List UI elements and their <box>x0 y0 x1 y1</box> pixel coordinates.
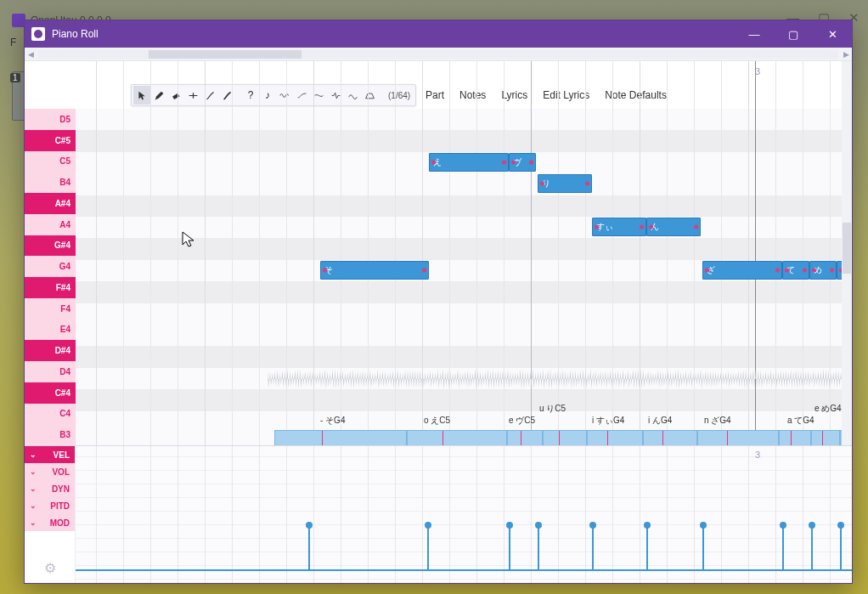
tool-eraser[interactable] <box>167 86 184 105</box>
expression-knob[interactable] <box>837 522 844 529</box>
expression-mod[interactable]: ⌄MOD <box>25 514 75 531</box>
menu-notes[interactable]: Notes <box>459 89 486 101</box>
expression-vel[interactable]: ⌄VEL <box>25 446 75 463</box>
piano-key-D5[interactable]: D5 <box>25 109 76 130</box>
hscroll-thumb[interactable] <box>149 50 302 59</box>
expression-knob[interactable] <box>780 522 786 529</box>
hscroll-left-icon[interactable]: ◀ <box>25 50 37 59</box>
phoneme-block[interactable] <box>543 430 587 445</box>
phoneme-block[interactable] <box>274 430 407 445</box>
expression-stem[interactable] <box>509 525 510 569</box>
phoneme-block[interactable] <box>779 430 811 445</box>
chevron-down-icon: ⌄ <box>30 450 37 459</box>
piano-key-E4[interactable]: E4 <box>25 320 76 341</box>
snap-label[interactable]: (1/64) <box>385 91 414 100</box>
toggle-vib2-icon[interactable] <box>344 86 361 105</box>
toggle-wave-icon[interactable] <box>276 86 293 105</box>
expression-knob[interactable] <box>589 522 596 529</box>
expression-knob[interactable] <box>306 522 313 529</box>
note[interactable]: そ <box>320 261 429 280</box>
phoneme-block[interactable] <box>697 430 779 445</box>
tool-knife[interactable] <box>184 86 201 105</box>
gear-icon[interactable]: ⚙ <box>25 531 75 583</box>
toggle-vib-icon[interactable] <box>327 86 344 105</box>
piano-key-A#4[interactable]: A#4 <box>25 193 76 214</box>
expression-stem[interactable] <box>782 525 784 569</box>
note[interactable]: ん <box>646 218 701 236</box>
phoneme-block[interactable] <box>587 430 643 445</box>
phoneme-block[interactable] <box>407 430 507 445</box>
piano-key-D4[interactable]: D4 <box>25 361 76 382</box>
vscroll-thumb[interactable] <box>843 223 851 274</box>
phoneme-label: n ざG4 <box>704 415 731 427</box>
expression-stem[interactable] <box>538 525 539 569</box>
tool-help[interactable]: ? <box>242 86 259 105</box>
piano-key-column[interactable]: D5C#5C5B4A#4A4G#4G4F#4F4E4D#4D4C#4C4B3 <box>25 61 76 445</box>
toggle-pitch-icon[interactable] <box>293 86 310 105</box>
piano-key-D#4[interactable]: D#4 <box>25 340 76 361</box>
phoneme-block[interactable] <box>811 430 840 445</box>
note[interactable]: ざ <box>702 261 782 280</box>
expression-knob[interactable] <box>644 522 651 529</box>
tool-cursor[interactable] <box>133 86 150 105</box>
expression-knob[interactable] <box>535 522 542 529</box>
vertical-scrollbar[interactable] <box>842 61 852 445</box>
chevron-down-icon: ⌄ <box>30 518 37 527</box>
menu-edit-lyrics[interactable]: Edit Lyrics <box>543 89 589 101</box>
hscroll-track[interactable] <box>38 50 838 59</box>
expression-stem[interactable] <box>646 525 648 569</box>
expression-knob[interactable] <box>809 522 815 529</box>
expression-stem[interactable] <box>592 525 594 569</box>
expression-knob[interactable] <box>425 522 431 529</box>
app-icon <box>31 27 45 41</box>
note[interactable]: すぃ <box>592 218 646 236</box>
piano-key-G4[interactable]: G4 <box>25 256 76 277</box>
toggle-note-icon[interactable]: ♪ <box>259 86 276 105</box>
expression-vol[interactable]: ⌄VOL <box>25 463 75 480</box>
expression-stem[interactable] <box>811 525 813 569</box>
tool-pencil[interactable] <box>150 86 167 105</box>
tool-brush-alt[interactable] <box>218 86 235 105</box>
expression-canvas[interactable]: 3 <box>76 446 852 583</box>
maximize-button[interactable]: ▢ <box>774 20 813 48</box>
note-grid[interactable]: ? ♪ (1/64) PartNotesLyricsEdit LyricsNot… <box>76 61 852 445</box>
ruler-number: 3 <box>755 66 760 76</box>
expression-stem[interactable] <box>702 525 704 569</box>
note[interactable]: て <box>782 261 809 280</box>
note[interactable]: え <box>429 153 509 172</box>
piano-key-C4[interactable]: C4 <box>25 404 76 425</box>
note[interactable]: め <box>809 261 837 280</box>
menu-part[interactable]: Part <box>426 89 444 101</box>
expression-pitd[interactable]: ⌄PITD <box>25 497 75 514</box>
close-button[interactable]: ✕ <box>813 20 852 48</box>
expression-stem[interactable] <box>308 525 310 569</box>
toggle-env-icon[interactable] <box>361 86 378 105</box>
phoneme-block[interactable] <box>507 430 543 445</box>
expression-dyn[interactable]: ⌄DYN <box>25 480 75 497</box>
note[interactable]: ヴ <box>509 153 536 172</box>
piano-key-G#4[interactable]: G#4 <box>25 235 76 257</box>
menu-lyrics[interactable]: Lyrics <box>501 89 527 101</box>
piano-key-C5[interactable]: C5 <box>25 151 76 173</box>
hscroll-right-icon[interactable]: ▶ <box>840 50 852 59</box>
expression-stem[interactable] <box>840 525 842 569</box>
horizontal-scrollbar[interactable]: ◀ ▶ <box>25 48 852 61</box>
expression-knob[interactable] <box>700 522 707 529</box>
toggle-pitch2-icon[interactable] <box>310 86 327 105</box>
menu-note-defaults[interactable]: Note Defaults <box>605 89 667 101</box>
expression-stem[interactable] <box>427 525 429 569</box>
phoneme-block[interactable] <box>643 430 697 445</box>
piano-key-B4[interactable]: B4 <box>25 172 76 193</box>
piano-key-C#5[interactable]: C#5 <box>25 130 76 151</box>
piano-key-B3[interactable]: B3 <box>25 424 76 445</box>
titlebar[interactable]: Piano Roll — ▢ ✕ <box>25 20 852 48</box>
tool-brush[interactable] <box>201 86 218 105</box>
piano-key-F#4[interactable]: F#4 <box>25 277 76 298</box>
piano-key-A4[interactable]: A4 <box>25 214 76 235</box>
chevron-down-icon: ⌄ <box>30 501 37 510</box>
expression-knob[interactable] <box>506 522 513 529</box>
piano-key-F4[interactable]: F4 <box>25 298 76 320</box>
minimize-button[interactable]: — <box>735 20 774 48</box>
piano-key-C#4[interactable]: C#4 <box>25 382 76 404</box>
note[interactable]: り <box>538 174 592 193</box>
